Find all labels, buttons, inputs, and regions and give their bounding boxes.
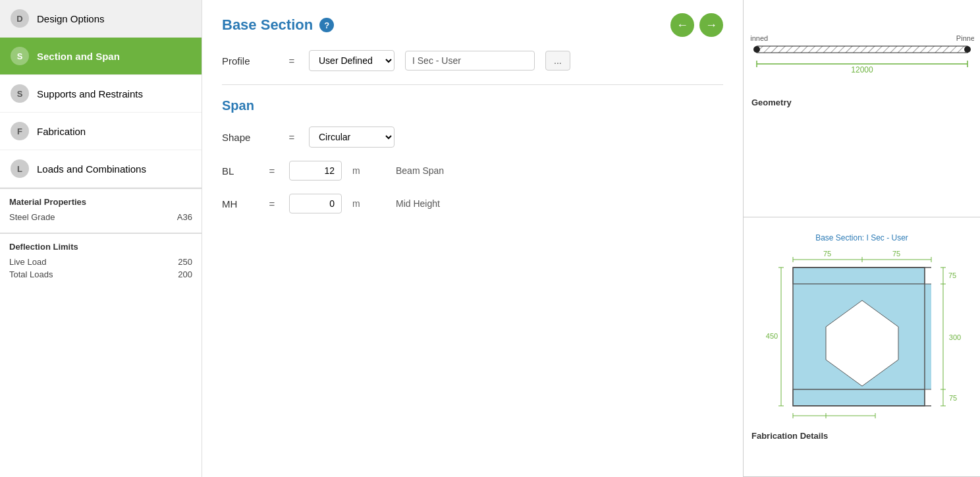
svg-rect-12 <box>793 389 925 406</box>
shape-label: Shape <box>222 132 275 143</box>
steel-grade-label: Steel Grade <box>9 212 55 222</box>
sidebar-item-label-design-options: Design Options <box>37 13 105 24</box>
shape-row: Shape = Circular <box>222 126 723 148</box>
profile-input[interactable] <box>405 51 535 70</box>
steel-grade-value: A36 <box>177 212 192 222</box>
sidebar-letter-s2: S <box>11 84 29 103</box>
profile-eq: = <box>285 55 298 67</box>
fabrication-svg: 75 75 75 300 75 <box>760 248 964 419</box>
bl-eq: = <box>265 165 279 177</box>
total-loads-label: Total Loads <box>9 269 53 279</box>
svg-text:12000: 12000 <box>851 65 873 74</box>
shape-dropdown[interactable]: Circular <box>309 126 395 148</box>
sidebar-letter-l: L <box>11 159 29 178</box>
sidebar: D Design Options S Section and Span S Su… <box>0 0 202 477</box>
sidebar-letter-s1: S <box>11 47 29 65</box>
svg-text:75: 75 <box>846 418 854 419</box>
material-properties-title: Material Properties <box>9 197 192 207</box>
sidebar-letter-f: F <box>11 122 29 140</box>
svg-text:75: 75 <box>823 250 830 258</box>
steel-grade-row: Steel Grade A36 <box>9 212 192 222</box>
svg-text:Pinned: Pinned <box>750 34 768 42</box>
section-header: Base Section ? ← → <box>222 13 723 37</box>
sidebar-item-label-fabrication: Fabrication <box>37 126 86 137</box>
profile-row: Profile = User Defined ... <box>222 50 723 71</box>
fabrication-panel: Base Section: I Sec - User <box>744 217 980 477</box>
right-panels: Pinned Pinned 12000 Geometry Base Sectio… <box>743 0 980 477</box>
geometry-panel-title: Geometry <box>751 98 972 107</box>
sidebar-item-label-loads-and-combinations: Loads and Combinations <box>37 163 146 175</box>
profile-dropdown[interactable]: User Defined <box>309 50 395 71</box>
fabrication-panel-title: Fabrication Details <box>751 431 972 441</box>
live-load-value: 250 <box>178 257 192 267</box>
mh-label: MH <box>222 198 255 210</box>
svg-text:90: 90 <box>805 418 813 419</box>
svg-text:300: 300 <box>948 333 960 341</box>
svg-text:450: 450 <box>765 332 777 340</box>
sidebar-item-fabrication[interactable]: F Fabrication <box>0 113 202 150</box>
profile-browse-button[interactable]: ... <box>545 51 570 70</box>
fab-subtitle-value: I Sec - User <box>867 233 908 242</box>
fabrication-area: Base Section: I Sec - User <box>751 227 972 426</box>
geometry-panel: Pinned Pinned 12000 Geometry <box>744 0 980 217</box>
bl-input[interactable] <box>289 161 342 181</box>
section-title: Base Section <box>222 16 313 34</box>
profile-label: Profile <box>222 55 275 67</box>
svg-point-2 <box>753 46 760 53</box>
geometry-svg: Pinned Pinned 12000 <box>750 21 974 87</box>
mh-row: MH = m Mid Height <box>222 194 723 213</box>
next-arrow-button[interactable]: → <box>699 13 723 37</box>
sidebar-item-label-section-and-span: Section and Span <box>37 51 120 62</box>
main-content: Base Section ? ← → Profile = User Define… <box>202 0 743 477</box>
shape-eq: = <box>285 132 298 143</box>
bl-unit: m <box>352 165 372 176</box>
deflection-limits-section: Deflection Limits Live Load 250 Total Lo… <box>0 233 202 290</box>
deflection-limits-title: Deflection Limits <box>9 242 192 252</box>
geometry-area: Pinned Pinned 12000 <box>751 8 972 92</box>
material-properties-section: Material Properties Steel Grade A36 <box>0 188 202 233</box>
prev-arrow-button[interactable]: ← <box>670 13 694 37</box>
svg-text:Pinned: Pinned <box>956 34 973 42</box>
fabrication-subtitle: Base Section: I Sec - User <box>815 233 908 242</box>
sidebar-item-supports-and-restraints[interactable]: S Supports and Restraints <box>0 75 202 113</box>
svg-point-3 <box>964 46 971 53</box>
live-load-label: Live Load <box>9 257 46 267</box>
nav-arrows: ← → <box>670 13 723 37</box>
sidebar-item-loads-and-combinations[interactable]: L Loads and Combinations <box>0 150 202 188</box>
fab-subtitle-prefix: Base Section: <box>815 233 866 242</box>
sidebar-letter-d: D <box>11 9 29 28</box>
span-title: Span <box>222 98 723 113</box>
mh-eq: = <box>265 198 279 210</box>
section-divider <box>222 84 723 85</box>
svg-text:75: 75 <box>948 271 956 279</box>
sidebar-item-section-and-span[interactable]: S Section and Span <box>0 38 202 75</box>
svg-rect-10 <box>793 267 925 284</box>
mh-input[interactable] <box>289 194 342 213</box>
bl-label: BL <box>222 165 255 177</box>
total-loads-value: 200 <box>178 269 192 279</box>
svg-text:75: 75 <box>892 250 900 258</box>
bl-row: BL = m Beam Span <box>222 161 723 181</box>
total-loads-row: Total Loads 200 <box>9 269 192 279</box>
live-load-row: Live Load 250 <box>9 257 192 267</box>
bl-desc: Beam Span <box>396 165 444 176</box>
svg-rect-1 <box>757 46 967 53</box>
sidebar-item-design-options[interactable]: D Design Options <box>0 0 202 38</box>
mh-desc: Mid Height <box>396 198 440 209</box>
mh-unit: m <box>352 198 372 209</box>
help-icon[interactable]: ? <box>319 18 334 32</box>
sidebar-item-label-supports-and-restraints: Supports and Restraints <box>37 88 143 99</box>
svg-text:75: 75 <box>948 394 956 402</box>
